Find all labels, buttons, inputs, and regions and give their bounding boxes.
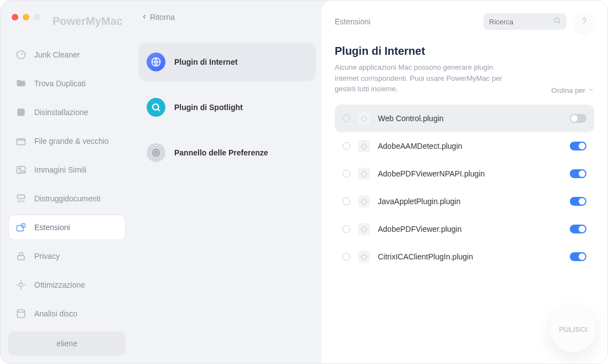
app-icon [15, 107, 27, 118]
sidebar-item-similar-images[interactable]: Immagini Simili [8, 157, 126, 183]
svg-point-13 [153, 149, 159, 156]
sidebar-item-label: Trova Duplicati [34, 79, 86, 88]
clean-label: PULISCI [559, 325, 587, 334]
app-window: PowerMyMac Junk Cleaner Trova Duplicati … [0, 0, 608, 364]
select-radio[interactable] [342, 115, 350, 122]
maximize-window-button[interactable] [34, 14, 40, 20]
svg-point-4 [19, 168, 20, 170]
extension-icon [15, 222, 27, 233]
globe-icon [147, 53, 165, 71]
plugin-row[interactable]: ◇ CitrixICAClientPlugIn.plugin [335, 243, 594, 271]
select-radio[interactable] [342, 142, 350, 150]
select-radio[interactable] [342, 170, 350, 178]
sidebar-item-label: Estensioni [34, 223, 70, 232]
sidebar-item-label: Immagini Simili [34, 165, 86, 174]
category-preference-panes[interactable]: Pannello delle Preferenze [139, 133, 316, 172]
search-box[interactable] [484, 13, 567, 30]
sidebar-item-junk-cleaner[interactable]: Junk Cleaner [8, 42, 126, 67]
back-label: Ritorna [150, 13, 175, 22]
detail-header: Estensioni ? [321, 12, 607, 36]
sort-label: Ordina per [552, 86, 585, 95]
svg-rect-1 [17, 108, 24, 116]
svg-rect-5 [17, 195, 24, 199]
plugin-row[interactable]: ◇ Web Control.plugin [335, 105, 594, 132]
clean-button[interactable]: PULISCI [550, 306, 596, 352]
svg-point-10 [17, 310, 24, 313]
select-radio[interactable] [342, 253, 350, 261]
svg-point-12 [153, 104, 159, 110]
plugin-icon: ◇ [358, 168, 370, 180]
page-subtitle: Alcune applicazioni Mac possono generare… [335, 62, 512, 95]
breadcrumb: Estensioni [335, 17, 371, 26]
plugin-row[interactable]: ◇ AdobeAAMDetect.plugin [335, 132, 594, 160]
sidebar-item-optimization[interactable]: Ottimizzazione [8, 272, 126, 298]
svg-point-14 [155, 152, 158, 154]
plugin-icon: ◇ [358, 195, 370, 207]
sidebar-item-shredder[interactable]: Distruggidocumenti [8, 186, 126, 211]
category-internet-plugins[interactable]: Plugin di Internet [139, 43, 316, 81]
help-button[interactable]: ? [574, 12, 594, 32]
sidebar-item-label: Ottimizzazione [34, 280, 85, 289]
enable-toggle[interactable] [570, 252, 586, 261]
plugin-icon: ◇ [358, 223, 370, 235]
sidebar-item-disk-analysis[interactable]: Analisi disco [8, 301, 126, 326]
select-radio[interactable] [342, 225, 350, 233]
shredder-icon [15, 193, 27, 204]
sidebar-item-label: File grande & vecchio [34, 137, 109, 145]
sidebar-item-large-old[interactable]: File grande & vecchio [8, 128, 126, 154]
select-radio[interactable] [342, 197, 350, 205]
sidebar-item-label: Distruggidocumenti [34, 194, 101, 203]
gauge-icon [15, 49, 27, 60]
user-name: eliene [56, 339, 77, 348]
plugin-name: JavaAppletPlugin.plugin [378, 197, 562, 206]
sidebar-item-extensions[interactable]: Estensioni [8, 215, 126, 240]
svg-rect-2 [17, 139, 25, 145]
category-label: Plugin di Internet [174, 58, 237, 66]
sidebar-item-label: Disinstallazione [34, 108, 88, 117]
plugin-icon: ◇ [358, 251, 370, 263]
plugin-name: AdobePDFViewerNPAPI.plugin [378, 169, 562, 178]
svg-rect-6 [17, 226, 24, 231]
lock-icon [15, 251, 27, 262]
minimize-window-button[interactable] [23, 14, 29, 20]
enable-toggle[interactable] [570, 225, 586, 233]
enable-toggle[interactable] [570, 197, 586, 206]
sidebar-item-label: Analisi disco [34, 309, 77, 318]
svg-point-9 [19, 283, 23, 287]
close-window-button[interactable] [12, 14, 18, 20]
plugin-row[interactable]: ◇ AdobePDFViewer.plugin [335, 215, 594, 243]
search-input[interactable] [489, 18, 549, 26]
plugin-list: ◇ Web Control.plugin ◇ AdobeAAMDetect.pl… [335, 105, 594, 271]
chevron-left-icon [141, 13, 148, 22]
plugin-icon: ◇ [358, 112, 370, 124]
gear-icon [147, 143, 165, 162]
sidebar-nav: Junk Cleaner Trova Duplicati Disinstalla… [8, 42, 126, 326]
sort-button[interactable]: Ordina per [552, 86, 594, 95]
enable-toggle[interactable] [570, 114, 586, 123]
detail-content: Plugin di Internet Alcune applicazioni M… [321, 36, 607, 279]
enable-toggle[interactable] [570, 142, 586, 150]
plugin-row[interactable]: ◇ AdobePDFViewerNPAPI.plugin [335, 160, 594, 188]
disk-icon [15, 308, 27, 319]
back-button[interactable]: Ritorna [139, 8, 316, 26]
plugin-row[interactable]: ◇ JavaAppletPlugin.plugin [335, 188, 594, 215]
sidebar: PowerMyMac Junk Cleaner Trova Duplicati … [1, 1, 133, 363]
category-spotlight-plugins[interactable]: Plugin di Spotlight [139, 88, 316, 127]
help-label: ? [582, 17, 587, 27]
sidebar-item-duplicates[interactable]: Trova Duplicati [8, 71, 126, 96]
plugin-name: CitrixICAClientPlugIn.plugin [378, 252, 562, 261]
sidebar-item-uninstall[interactable]: Disinstallazione [8, 100, 126, 125]
enable-toggle[interactable] [570, 169, 586, 178]
category-label: Pannello delle Preferenze [174, 148, 268, 157]
page-title: Plugin di Internet [335, 45, 512, 58]
user-pill[interactable]: eliene [8, 331, 126, 356]
sidebar-item-privacy[interactable]: Privacy [8, 243, 126, 269]
search-icon [147, 98, 165, 117]
chevron-down-icon [588, 86, 594, 95]
plugin-name: AdobeAAMDetect.plugin [378, 142, 562, 150]
category-column: Ritorna Plugin di Internet Plugin di Spo… [133, 1, 321, 363]
category-list: Plugin di Internet Plugin di Spotlight P… [139, 43, 316, 172]
plugin-name: AdobePDFViewer.plugin [378, 225, 562, 233]
rocket-icon [15, 279, 27, 290]
sidebar-item-label: Privacy [34, 252, 60, 261]
